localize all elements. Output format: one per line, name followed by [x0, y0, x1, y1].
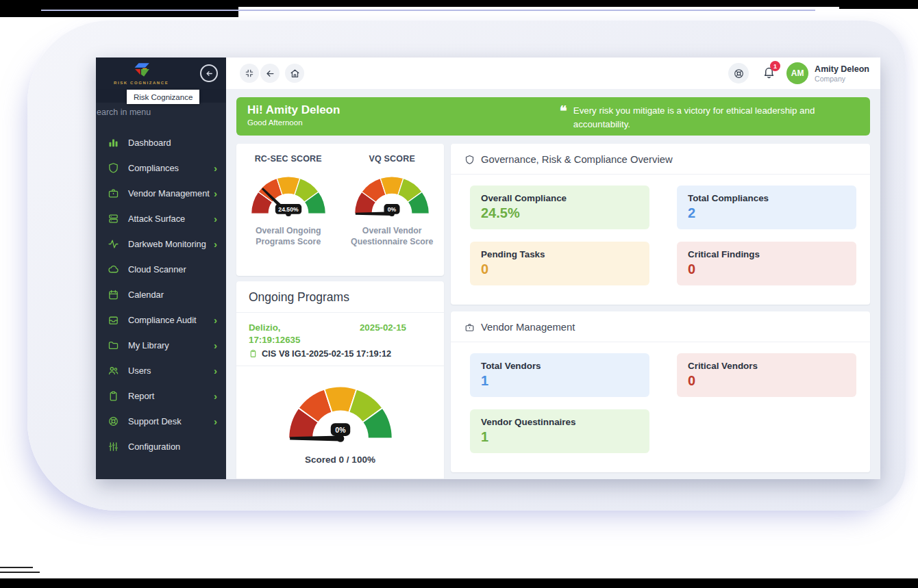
shield-icon: [108, 162, 119, 174]
gauge-chart: 24.50%: [245, 168, 332, 220]
sidebar-item-dashboard[interactable]: Dashboard: [96, 130, 226, 155]
left-column: RC-SEC SCORE: [236, 144, 444, 479]
sidebar-item-label: Darkweb Monitoring: [128, 239, 214, 249]
chevron-right-icon: ›: [214, 416, 217, 426]
gauge-title: VQ SCORE: [340, 154, 445, 164]
sidebar-item-darkweb-monitoring[interactable]: Darkweb Monitoring ›: [96, 231, 226, 257]
avatar[interactable]: AM: [786, 62, 808, 84]
clipboard-icon: [249, 349, 258, 358]
sidebar-item-support-desk[interactable]: Support Desk ›: [96, 409, 226, 434]
sidebar-item-compliance-audit[interactable]: Compliance Audit ›: [96, 307, 226, 333]
logo-tooltip: Risk Cognizance: [127, 90, 199, 104]
scored-text: Scored 0 / 100%: [236, 455, 444, 478]
decor-dash: [0, 572, 40, 573]
app-window: RISK COGNIZANCE Risk Cognizance: [96, 57, 880, 479]
calendar-icon: [108, 289, 119, 301]
stat-label: Overall Compliance: [481, 193, 638, 203]
stat-tile-total-vendors: Total Vendors 1: [470, 353, 649, 397]
sidebar-item-report[interactable]: Report ›: [96, 383, 226, 409]
folder-icon: [108, 340, 119, 351]
sidebar-collapse-button[interactable]: [200, 64, 218, 82]
device-panel: RISK COGNIZANCE Risk Cognizance: [27, 21, 906, 511]
stat-tile-total-compliances: Total Compliances 2: [677, 186, 856, 229]
clipboard-icon: [108, 390, 119, 402]
briefcase-icon: [464, 322, 475, 333]
divider: [236, 366, 444, 366]
sidebar-item-label: My Library: [128, 340, 214, 350]
sidebar-item-attack-surface[interactable]: Attack Surface ›: [96, 206, 226, 231]
sidebar-item-vendor-management[interactable]: Vendor Management ›: [96, 181, 226, 206]
sidebar-item-my-library[interactable]: My Library ›: [96, 333, 226, 358]
notifications-button[interactable]: 1: [762, 66, 776, 81]
logo-text: RISK COGNIZANCE: [114, 81, 169, 85]
chevron-right-icon: ›: [214, 214, 217, 224]
redacted-text: [283, 325, 357, 331]
gauge-value: 0%: [388, 206, 397, 213]
sidebar-item-label: Calendar: [128, 290, 217, 300]
program-link-prefix: Delizio,: [249, 322, 281, 333]
decor-bottom-bar: [0, 578, 918, 588]
compress-button[interactable]: [240, 64, 259, 83]
decor-dash: [0, 567, 33, 568]
user-name: Amity Deleon: [815, 64, 869, 75]
home-button[interactable]: [285, 64, 304, 83]
sidebar-item-label: Support Desk: [128, 416, 214, 426]
program-name-row: CIS V8 IG1-2025-02-15 17:19:12: [236, 348, 444, 366]
stat-value: 1: [481, 373, 638, 389]
sidebar-item-users[interactable]: Users ›: [96, 358, 226, 383]
main-area: 1 AM Amity Deleon Company Hi! Amity Dele…: [226, 57, 880, 479]
sidebar-item-label: Dashboard: [128, 138, 217, 148]
program-link[interactable]: Delizio, 2025-02-15 17:19:12635: [236, 313, 435, 348]
stat-tile-vendor-questionnaires: Vendor Questinnaires 1: [470, 409, 649, 453]
stat-label: Vendor Questinnaires: [481, 417, 638, 427]
chevron-right-icon: ›: [214, 366, 217, 376]
gauge-title: RC-SEC SCORE: [236, 154, 340, 164]
stat-value: 0: [688, 261, 845, 277]
inbox-icon: [108, 314, 119, 326]
briefcase-icon: [108, 188, 119, 199]
stat-label: Pending Tasks: [481, 249, 638, 259]
sliders-icon: [108, 441, 119, 452]
grc-overview-title: Governance, Risk & Compliance Overview: [481, 154, 673, 165]
back-button[interactable]: [260, 64, 280, 83]
stat-label: Critical Vendors: [688, 361, 845, 371]
stat-value: 0: [481, 261, 638, 277]
backdrop: RISK COGNIZANCE Risk Cognizance: [0, 0, 918, 588]
decor-top-left-bar: [0, 0, 238, 17]
sidebar-search: [96, 103, 226, 122]
rc-sec-score-gauge: RC-SEC SCORE: [236, 154, 340, 276]
sidebar-item-cloud-scanner[interactable]: Cloud Scanner: [96, 257, 226, 282]
topbar: 1 AM Amity Deleon Company: [226, 57, 880, 89]
app-logo[interactable]: RISK COGNIZANCE: [114, 62, 169, 85]
chevron-right-icon: ›: [214, 188, 217, 199]
quote-text: Every risk you mitigate is a victory for…: [573, 104, 844, 131]
home-icon: [290, 68, 300, 79]
score-gauges-card: RC-SEC SCORE: [236, 144, 444, 276]
stat-tile-overall-compliance: Overall Compliance 24.5%: [470, 186, 649, 229]
sidebar: RISK COGNIZANCE Risk Cognizance: [96, 57, 226, 479]
right-column: Governance, Risk & Compliance Overview O…: [451, 144, 870, 472]
sidebar-item-compliances[interactable]: Compliances ›: [96, 155, 226, 181]
users-icon: [108, 365, 119, 376]
lifebuoy-icon: [108, 416, 119, 427]
stat-tile-pending-tasks: Pending Tasks 0: [470, 242, 649, 285]
stat-tile-critical-findings: Critical Findings 0: [677, 242, 856, 285]
grc-overview-header: Governance, Risk & Compliance Overview: [451, 144, 870, 174]
stat-label: Total Vendors: [481, 361, 638, 371]
program-name: CIS V8 IG1-2025-02-15 17:19:12: [262, 348, 391, 359]
vendor-management-title: Vendor Management: [481, 322, 575, 333]
user-menu[interactable]: Amity Deleon Company: [815, 64, 869, 83]
sidebar-item-configuration[interactable]: Configuration: [96, 434, 226, 459]
lifebuoy-icon: [733, 68, 745, 79]
sidebar-item-label: Compliances: [128, 163, 214, 173]
support-button[interactable]: [728, 63, 749, 84]
sidebar-item-label: Users: [128, 366, 214, 376]
stat-value: 2: [688, 205, 845, 221]
sidebar-item-calendar[interactable]: Calendar: [96, 282, 226, 307]
stat-value: 0: [688, 373, 845, 389]
compress-icon: [245, 68, 254, 78]
search-input[interactable]: [97, 107, 219, 117]
gauge-caption: Overall Vendor Questionnaire Score: [340, 225, 443, 248]
chevron-right-icon: ›: [214, 340, 217, 350]
server-icon: [108, 213, 119, 225]
